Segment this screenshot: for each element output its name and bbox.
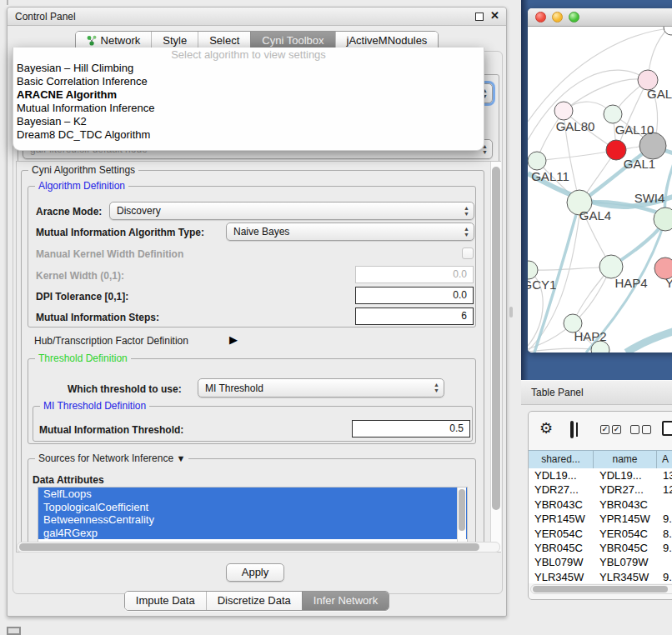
table-row[interactable]: YBR043CYBR043C bbox=[529, 498, 672, 512]
algorithm-option-bayesian-hill-climbing[interactable]: Bayesian – Hill Climbing bbox=[13, 62, 484, 75]
network-node-gal10[interactable] bbox=[604, 105, 622, 123]
table-cell[interactable]: YBL079W bbox=[594, 555, 657, 569]
table-cell[interactable]: 9. bbox=[657, 541, 672, 555]
network-node-hap4[interactable] bbox=[599, 255, 623, 278]
vertical-scrollbar[interactable] bbox=[490, 162, 501, 552]
attr-list-scrollbar-thumb[interactable] bbox=[459, 489, 465, 531]
attribute-item-topologicalcoefficient[interactable]: TopologicalCoefficient bbox=[38, 501, 467, 514]
network-node[interactable] bbox=[664, 27, 672, 35]
tab-discretize-data[interactable]: Discretize Data bbox=[206, 592, 302, 610]
table-cell[interactable]: YBL079W bbox=[529, 555, 594, 569]
table-cell[interactable]: 9. bbox=[657, 570, 672, 583]
table-row[interactable]: YBR045CYBR045C9. bbox=[529, 541, 672, 555]
table-cell[interactable]: YLR345W bbox=[529, 570, 594, 583]
minimize-traffic-light-icon[interactable] bbox=[552, 12, 563, 22]
network-window-titlebar[interactable] bbox=[528, 8, 672, 27]
mi-threshold-field[interactable]: 0.5 bbox=[352, 420, 470, 438]
table-panel-titlebar[interactable]: Table Panel bbox=[521, 380, 672, 405]
table-cell[interactable]: YPR145W bbox=[529, 512, 594, 526]
table-cell[interactable]: YDL19... bbox=[594, 468, 657, 482]
attribute-item-selfloops[interactable]: SelfLoops bbox=[38, 488, 467, 501]
table-cell[interactable]: YDR27... bbox=[529, 482, 594, 497]
table-row[interactable]: YDL19...YDL19...13 bbox=[529, 468, 672, 482]
algorithm-option-mutual-information-inference[interactable]: Mutual Information Inference bbox=[13, 102, 484, 115]
hub-definition-label[interactable]: Hub/Transcription Factor Definition bbox=[34, 335, 188, 347]
which-threshold-combo[interactable]: MI Threshold ▲▼ bbox=[198, 378, 444, 398]
tab-label: Select bbox=[209, 34, 239, 47]
manual-kernel-checkbox[interactable] bbox=[462, 248, 474, 259]
table-hscrollbar-thumb[interactable] bbox=[533, 586, 668, 592]
algorithm-option-bayesian-k2[interactable]: Bayesian – K2 bbox=[13, 115, 484, 128]
algorithm-option-dream8-dc-tdc-algorithm[interactable]: Dream8 DC_TDC Algorithm bbox=[13, 128, 484, 142]
table-cell[interactable]: YPR145W bbox=[594, 512, 657, 526]
table-row[interactable]: YDR27...YDR27...12 bbox=[529, 482, 672, 497]
network-window[interactable]: GALGAL80GAL10GAL1GAL11GAL4SWI4GCY1HAP4YH… bbox=[528, 8, 672, 352]
network-node-gal11[interactable] bbox=[528, 152, 546, 170]
network-graph[interactable]: GALGAL80GAL10GAL1GAL11GAL4SWI4GCY1HAP4YH… bbox=[528, 27, 672, 352]
close-icon[interactable]: ✕ bbox=[490, 9, 499, 22]
data-attributes-list[interactable]: SelfLoopsTopologicalCoefficientBetweenne… bbox=[38, 487, 468, 546]
table-cell[interactable]: 8. bbox=[657, 527, 672, 541]
network-node-gcy1[interactable] bbox=[528, 261, 538, 279]
table-row[interactable]: YBL079WYBL079W bbox=[529, 555, 672, 569]
split-columns-icon[interactable] bbox=[570, 421, 574, 438]
horizontal-scrollbar[interactable] bbox=[17, 542, 500, 552]
algorithm-option-basic-correlation-inference[interactable]: Basic Correlation Inference bbox=[13, 75, 484, 88]
table-cell[interactable]: YDR27... bbox=[594, 482, 657, 497]
attribute-item-betweennesscentrality[interactable]: BetweennessCentrality bbox=[38, 513, 467, 527]
attribute-item-gal4rgexp[interactable]: gal4RGexp bbox=[38, 527, 467, 540]
table-cell[interactable]: YER054C bbox=[529, 527, 594, 541]
aracne-mode-combo[interactable]: Discovery ▲▼ bbox=[109, 202, 474, 220]
panel-splitter-grip[interactable] bbox=[509, 307, 513, 318]
table-horizontal-scrollbar[interactable] bbox=[530, 584, 672, 594]
close-traffic-light-icon[interactable] bbox=[535, 12, 546, 22]
float-window-icon[interactable] bbox=[475, 12, 484, 21]
network-edge[interactable] bbox=[537, 150, 616, 161]
apply-button[interactable]: Apply bbox=[226, 563, 284, 582]
table-cell[interactable]: YLR345W bbox=[594, 570, 657, 583]
network-node-gal80[interactable] bbox=[554, 102, 573, 120]
network-canvas[interactable]: GALGAL80GAL10GAL1GAL11GAL4SWI4GCY1HAP4YH… bbox=[528, 27, 672, 352]
column-header-shared[interactable]: shared... bbox=[529, 451, 594, 468]
network-edge[interactable] bbox=[626, 330, 672, 352]
gear-icon[interactable]: ⚙ bbox=[539, 419, 553, 438]
table-cell[interactable]: 12 bbox=[657, 482, 672, 497]
collapsed-arrow-icon[interactable]: ▶ bbox=[229, 333, 238, 346]
tab-impute-data[interactable]: Impute Data bbox=[125, 592, 206, 610]
table-cell[interactable]: YBR043C bbox=[594, 498, 657, 512]
expanded-arrow-icon[interactable]: ▼ bbox=[176, 453, 185, 463]
table-cell[interactable]: YBR043C bbox=[529, 498, 594, 512]
network-edge[interactable] bbox=[529, 268, 599, 270]
collapsed-panel-icon[interactable] bbox=[7, 627, 21, 635]
kernel-width-field[interactable]: 0.0 bbox=[355, 266, 474, 283]
horizontal-scrollbar-thumb[interactable] bbox=[19, 543, 479, 551]
table-header[interactable]: shared...nameA bbox=[529, 450, 672, 469]
algorithm-option-aracne-algorithm[interactable]: ARACNE Algorithm bbox=[13, 88, 484, 102]
mi-steps-field[interactable]: 6 bbox=[355, 308, 474, 325]
table-cell[interactable]: YDL19... bbox=[529, 468, 594, 482]
table-cell[interactable]: YBR045C bbox=[594, 541, 657, 555]
table-cell[interactable] bbox=[657, 498, 672, 512]
new-table-icon[interactable] bbox=[662, 421, 672, 436]
table-cell[interactable]: YER054C bbox=[594, 527, 657, 541]
table-cell[interactable]: YBR045C bbox=[529, 541, 594, 555]
control-panel-titlebar[interactable]: Control Panel ✕ bbox=[8, 8, 506, 26]
table-row[interactable]: YLR345WYLR345W9. bbox=[529, 570, 672, 583]
column-header-a[interactable]: A bbox=[657, 451, 672, 468]
table-cell[interactable] bbox=[657, 555, 672, 569]
table-body[interactable]: YDL19...YDL19...13YDR27...YDR27...12YBR0… bbox=[529, 468, 672, 583]
table-cell[interactable]: 9. bbox=[657, 512, 672, 526]
unselect-all-columns-icon[interactable] bbox=[630, 425, 651, 434]
attr-list-scrollbar[interactable] bbox=[457, 488, 466, 545]
tab-infer-network[interactable]: Infer Network bbox=[302, 592, 389, 610]
dpi-tolerance-field[interactable]: 0.0 bbox=[355, 287, 474, 304]
mi-type-combo[interactable]: Naive Bayes ▲▼ bbox=[226, 222, 474, 241]
table-row[interactable]: YPR145WYPR145W9. bbox=[529, 512, 672, 526]
select-all-columns-icon[interactable]: ✓✓ bbox=[600, 425, 621, 434]
table-cell[interactable]: 13 bbox=[657, 468, 672, 482]
table-row[interactable]: YER054CYER054C8. bbox=[529, 527, 672, 541]
zoom-traffic-light-icon[interactable] bbox=[569, 12, 579, 22]
vertical-scrollbar-thumb[interactable] bbox=[492, 167, 500, 510]
node-label-gal4: GAL4 bbox=[579, 208, 611, 222]
column-header-name[interactable]: name bbox=[594, 451, 657, 468]
